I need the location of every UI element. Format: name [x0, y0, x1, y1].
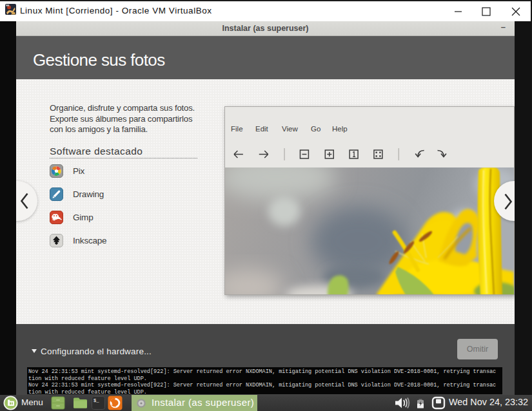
- svg-text:$_: $_: [94, 398, 99, 403]
